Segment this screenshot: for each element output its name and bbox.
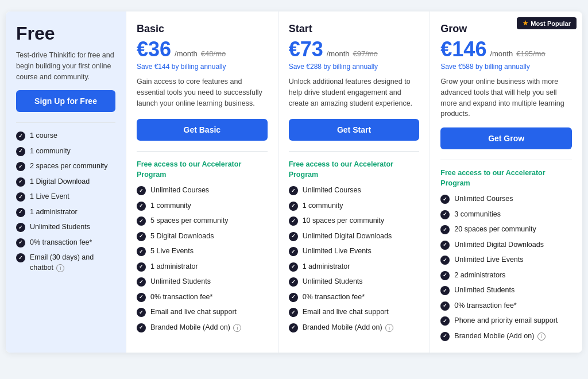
basic-accelerator: Free access to our Accelerator Program [137, 160, 268, 180]
grow-divider [440, 160, 572, 160]
start-price-period: /month [327, 49, 350, 58]
info-icon[interactable]: i [56, 264, 64, 272]
grow-feature-list: Unlimited Courses 3 communities 20 space… [440, 194, 572, 341]
start-price-row: €73 /month €97/mo [289, 37, 420, 61]
basic-price-main: €36 [137, 37, 171, 61]
list-item: 1 community [137, 201, 268, 211]
list-item: 5 spaces per community [137, 216, 268, 226]
list-item: Unlimited Live Events [289, 246, 420, 257]
start-plan-name: Start [289, 23, 420, 35]
start-plan-column: Start €73 /month €97/mo Save €288 by bil… [278, 11, 431, 353]
check-icon [16, 192, 25, 202]
list-item: 5 Digital Downloads [137, 231, 268, 242]
list-item: 1 Live Event [16, 192, 115, 202]
check-icon [440, 301, 450, 311]
list-item: 1 community [289, 201, 420, 211]
free-cta-button[interactable]: Sign Up for Free [16, 90, 115, 112]
check-icon [289, 202, 298, 211]
basic-price-original: €48/mo [201, 49, 226, 58]
check-icon [289, 262, 298, 272]
basic-plan-name: Basic [137, 23, 268, 35]
list-item: Unlimited Live Events [440, 255, 572, 265]
start-cta-button[interactable]: Get Start [289, 119, 420, 141]
grow-price-original: €195/mo [516, 49, 546, 58]
start-feature-list: Unlimited Courses 1 community 10 spaces … [289, 185, 420, 332]
list-item: 1 administrator [289, 262, 420, 272]
check-icon [440, 332, 450, 341]
check-icon [137, 232, 146, 241]
list-item: Unlimited Courses [440, 194, 572, 204]
star-icon: ★ [523, 20, 528, 27]
check-icon [289, 216, 298, 226]
free-feature-list: 1 course 1 community 2 spaces per commun… [16, 131, 115, 273]
start-price-main: €73 [289, 37, 323, 61]
basic-cta-button[interactable]: Get Basic [137, 119, 268, 141]
check-icon [440, 316, 450, 326]
check-icon [137, 216, 146, 226]
check-icon [16, 177, 25, 187]
list-item: Email and live chat support [289, 307, 420, 318]
check-icon [16, 132, 25, 141]
basic-price-save: Save €144 by billing annually [137, 63, 268, 71]
info-icon[interactable]: i [385, 324, 393, 332]
list-item: Unlimited Students [289, 277, 420, 287]
basic-price-row: €36 /month €48/mo [137, 37, 268, 61]
basic-feature-list: Unlimited Courses 1 community 5 spaces p… [137, 185, 268, 332]
start-price-save: Save €288 by billing annually [289, 63, 420, 71]
check-icon [16, 223, 25, 232]
basic-price-period: /month [175, 49, 198, 58]
free-plan-name: Free [16, 23, 115, 44]
list-item: 3 communities [440, 210, 572, 220]
list-item: 1 community [16, 146, 115, 157]
check-icon [440, 225, 450, 234]
check-icon [289, 308, 298, 317]
list-item: Unlimited Students [16, 222, 115, 233]
grow-accelerator: Free access to our Accelerator Program [440, 168, 572, 188]
start-price-original: €97/mo [353, 49, 377, 58]
check-icon [289, 247, 298, 256]
check-icon [289, 186, 298, 195]
list-item: Branded Mobile (Add on) i [289, 323, 420, 333]
info-icon[interactable]: i [233, 324, 241, 332]
list-item: 0% transaction fee* [137, 292, 268, 303]
list-item: 5 Live Events [137, 246, 268, 257]
check-icon [137, 247, 146, 256]
list-item: Unlimited Courses [289, 185, 420, 196]
basic-plan-column: Basic €36 /month €48/mo Save €144 by bil… [126, 11, 278, 353]
basic-divider [137, 151, 268, 152]
check-icon [289, 232, 298, 241]
list-item: 2 administrators [440, 270, 572, 281]
check-icon [440, 271, 450, 280]
check-icon [440, 195, 450, 204]
check-icon [289, 323, 298, 332]
grow-price-main: €146 [440, 37, 486, 61]
list-item: 10 spaces per community [289, 216, 420, 226]
list-item: Unlimited Students [137, 277, 268, 287]
grow-cta-button[interactable]: Get Grow [440, 127, 572, 149]
check-icon [16, 208, 25, 217]
check-icon [289, 293, 298, 302]
grow-price-row: €146 /month €195/mo [440, 37, 572, 61]
most-popular-badge: ★ Most Popular [517, 17, 577, 29]
check-icon [16, 238, 25, 247]
start-plan-description: Unlock additional features designed to h… [289, 76, 420, 111]
grow-plan-column: ★ Most Popular Grow €146 /month €195/mo … [430, 11, 582, 353]
grow-price-period: /month [490, 49, 513, 58]
check-icon [440, 210, 450, 219]
grow-plan-description: Grow your online business with more adva… [440, 76, 572, 119]
check-icon [137, 308, 146, 317]
list-item: 1 administrator [137, 262, 268, 272]
list-item: 20 spaces per community [440, 225, 572, 235]
list-item: 0% transaction fee* [440, 301, 572, 311]
grow-price-save: Save €588 by billing annually [440, 63, 572, 71]
check-icon [137, 186, 146, 195]
pricing-grid: Free Test-drive Thinkific for free and b… [6, 11, 582, 353]
list-item: 1 course [16, 131, 115, 141]
check-icon [16, 253, 25, 262]
info-icon[interactable]: i [537, 332, 546, 341]
check-icon [16, 147, 25, 156]
check-icon [137, 293, 146, 302]
list-item: Unlimited Students [440, 285, 572, 296]
free-plan-column: Free Test-drive Thinkific for free and b… [6, 11, 126, 353]
list-item: 0% transaction fee* [16, 238, 115, 248]
